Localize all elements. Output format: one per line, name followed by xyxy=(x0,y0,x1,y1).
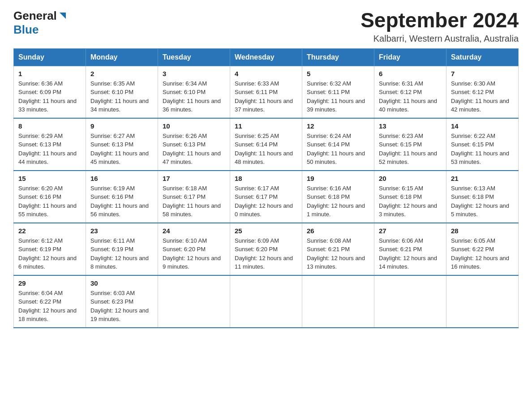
main-title: September 2024 xyxy=(360,9,519,32)
day-number: 17 xyxy=(163,175,225,182)
day-number: 11 xyxy=(235,122,297,130)
calendar-week-row: 29 Sunrise: 6:04 AMSunset: 6:22 PMDaylig… xyxy=(14,275,519,328)
day-info: Sunrise: 6:31 AMSunset: 6:12 PMDaylight:… xyxy=(379,80,437,113)
day-number: 18 xyxy=(235,175,297,182)
day-info: Sunrise: 6:12 AMSunset: 6:19 PMDaylight:… xyxy=(18,237,77,270)
day-info: Sunrise: 6:18 AMSunset: 6:17 PMDaylight:… xyxy=(163,185,221,218)
day-info: Sunrise: 6:30 AMSunset: 6:12 PMDaylight:… xyxy=(451,80,509,113)
day-info: Sunrise: 6:13 AMSunset: 6:18 PMDaylight:… xyxy=(451,185,509,218)
day-info: Sunrise: 6:08 AMSunset: 6:21 PMDaylight:… xyxy=(307,237,365,270)
day-info: Sunrise: 6:35 AMSunset: 6:10 PMDaylight:… xyxy=(90,80,149,113)
day-info: Sunrise: 6:16 AMSunset: 6:18 PMDaylight:… xyxy=(307,185,365,218)
day-number: 10 xyxy=(163,122,225,130)
calendar-header-row: SundayMondayTuesdayWednesdayThursdayFrid… xyxy=(14,48,519,66)
day-number: 8 xyxy=(18,122,81,130)
logo-blue-text: Blue xyxy=(13,23,39,36)
calendar-cell: 4 Sunrise: 6:33 AMSunset: 6:11 PMDayligh… xyxy=(230,66,302,118)
calendar-cell: 22 Sunrise: 6:12 AMSunset: 6:19 PMDaylig… xyxy=(14,223,86,275)
day-number: 1 xyxy=(18,70,81,77)
calendar-cell: 16 Sunrise: 6:19 AMSunset: 6:16 PMDaylig… xyxy=(86,171,158,223)
day-number: 28 xyxy=(451,227,514,235)
calendar-cell: 12 Sunrise: 6:24 AMSunset: 6:14 PMDaylig… xyxy=(302,118,374,171)
calendar-cell: 11 Sunrise: 6:25 AMSunset: 6:14 PMDaylig… xyxy=(230,118,302,171)
day-number: 2 xyxy=(90,70,153,77)
day-info: Sunrise: 6:15 AMSunset: 6:18 PMDaylight:… xyxy=(379,185,437,218)
day-number: 21 xyxy=(451,175,514,182)
day-info: Sunrise: 6:20 AMSunset: 6:16 PMDaylight:… xyxy=(18,185,77,218)
calendar-table: SundayMondayTuesdayWednesdayThursdayFrid… xyxy=(13,48,519,328)
calendar-week-row: 15 Sunrise: 6:20 AMSunset: 6:16 PMDaylig… xyxy=(14,171,519,223)
day-number: 4 xyxy=(235,70,297,77)
calendar-cell: 10 Sunrise: 6:26 AMSunset: 6:13 PMDaylig… xyxy=(158,118,230,171)
day-number: 30 xyxy=(90,279,153,287)
day-info: Sunrise: 6:04 AMSunset: 6:22 PMDaylight:… xyxy=(18,290,77,323)
day-number: 19 xyxy=(307,175,369,182)
logo-general-text: General xyxy=(13,9,57,23)
calendar-cell xyxy=(302,275,374,328)
day-info: Sunrise: 6:27 AMSunset: 6:13 PMDaylight:… xyxy=(90,133,149,166)
calendar-week-row: 8 Sunrise: 6:29 AMSunset: 6:13 PMDayligh… xyxy=(14,118,519,171)
logo-arrow-icon xyxy=(58,11,68,22)
calendar-cell: 21 Sunrise: 6:13 AMSunset: 6:18 PMDaylig… xyxy=(446,171,519,223)
day-info: Sunrise: 6:29 AMSunset: 6:13 PMDaylight:… xyxy=(18,133,77,166)
calendar-cell: 6 Sunrise: 6:31 AMSunset: 6:12 PMDayligh… xyxy=(374,66,446,118)
calendar-cell: 27 Sunrise: 6:06 AMSunset: 6:21 PMDaylig… xyxy=(374,223,446,275)
calendar-cell: 20 Sunrise: 6:15 AMSunset: 6:18 PMDaylig… xyxy=(374,171,446,223)
calendar-cell: 14 Sunrise: 6:22 AMSunset: 6:15 PMDaylig… xyxy=(446,118,519,171)
day-number: 7 xyxy=(451,70,514,77)
day-number: 14 xyxy=(451,122,514,130)
day-number: 15 xyxy=(18,175,81,182)
day-header-thursday: Thursday xyxy=(302,48,374,66)
day-info: Sunrise: 6:25 AMSunset: 6:14 PMDaylight:… xyxy=(235,133,293,166)
day-header-friday: Friday xyxy=(374,48,446,66)
calendar-cell: 15 Sunrise: 6:20 AMSunset: 6:16 PMDaylig… xyxy=(14,171,86,223)
day-info: Sunrise: 6:23 AMSunset: 6:15 PMDaylight:… xyxy=(379,133,437,166)
day-header-tuesday: Tuesday xyxy=(158,48,230,66)
day-number: 24 xyxy=(163,227,225,235)
calendar-cell: 9 Sunrise: 6:27 AMSunset: 6:13 PMDayligh… xyxy=(86,118,158,171)
calendar-cell xyxy=(374,275,446,328)
day-info: Sunrise: 6:17 AMSunset: 6:17 PMDaylight:… xyxy=(235,185,293,218)
calendar-cell: 19 Sunrise: 6:16 AMSunset: 6:18 PMDaylig… xyxy=(302,171,374,223)
day-number: 29 xyxy=(18,279,81,287)
calendar-cell: 23 Sunrise: 6:11 AMSunset: 6:19 PMDaylig… xyxy=(86,223,158,275)
calendar-cell: 2 Sunrise: 6:35 AMSunset: 6:10 PMDayligh… xyxy=(86,66,158,118)
calendar-cell: 24 Sunrise: 6:10 AMSunset: 6:20 PMDaylig… xyxy=(158,223,230,275)
day-header-wednesday: Wednesday xyxy=(230,48,302,66)
calendar-cell xyxy=(230,275,302,328)
svg-marker-0 xyxy=(60,13,66,19)
day-header-saturday: Saturday xyxy=(446,48,519,66)
calendar-cell xyxy=(158,275,230,328)
day-info: Sunrise: 6:22 AMSunset: 6:15 PMDaylight:… xyxy=(451,133,509,166)
day-number: 9 xyxy=(90,122,153,130)
logo: General Blue xyxy=(13,9,68,37)
day-info: Sunrise: 6:10 AMSunset: 6:20 PMDaylight:… xyxy=(163,237,221,270)
day-info: Sunrise: 6:24 AMSunset: 6:14 PMDaylight:… xyxy=(307,133,365,166)
day-number: 20 xyxy=(379,175,442,182)
calendar-cell: 1 Sunrise: 6:36 AMSunset: 6:09 PMDayligh… xyxy=(14,66,86,118)
day-number: 25 xyxy=(235,227,297,235)
day-number: 6 xyxy=(379,70,442,77)
day-info: Sunrise: 6:03 AMSunset: 6:23 PMDaylight:… xyxy=(90,290,149,323)
calendar-cell: 3 Sunrise: 6:34 AMSunset: 6:10 PMDayligh… xyxy=(158,66,230,118)
subtitle: Kalbarri, Western Australia, Australia xyxy=(360,34,519,44)
day-info: Sunrise: 6:05 AMSunset: 6:22 PMDaylight:… xyxy=(451,237,509,270)
calendar-cell: 26 Sunrise: 6:08 AMSunset: 6:21 PMDaylig… xyxy=(302,223,374,275)
day-number: 12 xyxy=(307,122,369,130)
day-number: 3 xyxy=(163,70,225,77)
day-info: Sunrise: 6:19 AMSunset: 6:16 PMDaylight:… xyxy=(90,185,149,218)
day-info: Sunrise: 6:36 AMSunset: 6:09 PMDaylight:… xyxy=(18,80,77,113)
calendar-cell: 29 Sunrise: 6:04 AMSunset: 6:22 PMDaylig… xyxy=(14,275,86,328)
day-info: Sunrise: 6:11 AMSunset: 6:19 PMDaylight:… xyxy=(90,237,149,270)
calendar-cell: 5 Sunrise: 6:32 AMSunset: 6:11 PMDayligh… xyxy=(302,66,374,118)
calendar-week-row: 1 Sunrise: 6:36 AMSunset: 6:09 PMDayligh… xyxy=(14,66,519,118)
calendar-cell: 18 Sunrise: 6:17 AMSunset: 6:17 PMDaylig… xyxy=(230,171,302,223)
day-number: 13 xyxy=(379,122,442,130)
title-section: September 2024 Kalbarri, Western Austral… xyxy=(360,9,519,44)
day-number: 5 xyxy=(307,70,369,77)
calendar-cell: 28 Sunrise: 6:05 AMSunset: 6:22 PMDaylig… xyxy=(446,223,519,275)
day-info: Sunrise: 6:32 AMSunset: 6:11 PMDaylight:… xyxy=(307,80,365,113)
calendar-cell: 13 Sunrise: 6:23 AMSunset: 6:15 PMDaylig… xyxy=(374,118,446,171)
calendar-cell: 17 Sunrise: 6:18 AMSunset: 6:17 PMDaylig… xyxy=(158,171,230,223)
calendar-cell: 25 Sunrise: 6:09 AMSunset: 6:20 PMDaylig… xyxy=(230,223,302,275)
